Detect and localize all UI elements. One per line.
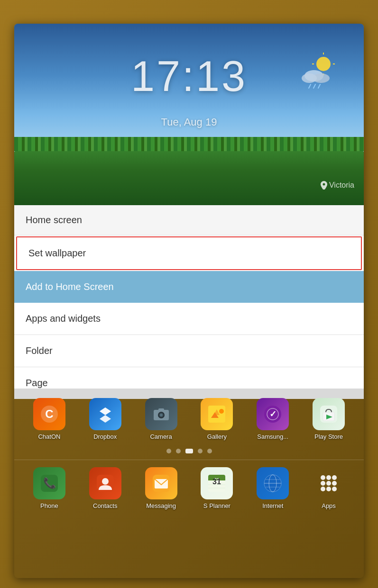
dot-2 [176,449,181,453]
app-contacts[interactable]: Contacts [82,467,129,509]
internet-icon [257,467,289,499]
menu-header: Home screen [14,205,364,235]
dot-1 [166,449,171,453]
app-camera[interactable]: Camera [138,398,185,440]
svg-point-18 [160,414,163,416]
phone-label: Phone [40,502,58,509]
phone-icon: 📞 [33,467,65,499]
dock-row: 📞 Phone Contacts [14,462,364,514]
app-apps[interactable]: Apps [305,467,352,509]
gallery-label: Gallery [207,433,227,440]
location-text: Victoria [329,181,354,190]
grass [14,144,364,209]
menu-item-add-home[interactable]: Add to Home Screen [14,271,364,303]
svg-point-53 [326,481,331,486]
svg-point-56 [326,487,331,491]
lockscreen: 17:13 Tue, Aug 19 Victoria [14,24,364,208]
app-splanner[interactable]: 31 31 S Planner [193,467,240,509]
contacts-label: Contacts [93,502,117,509]
location-display: Victoria [321,181,354,190]
camera-label: Camera [150,433,172,440]
svg-point-23 [219,409,224,414]
messaging-label: Messaging [146,502,176,509]
svg-point-55 [321,487,325,491]
apps-icon [313,467,345,499]
app-messaging[interactable]: Messaging [138,467,185,509]
svg-text:C: C [45,407,53,420]
app-gallery[interactable]: Gallery [193,398,240,440]
app-phone[interactable]: 📞 Phone [26,467,73,509]
messaging-icon [145,467,177,499]
date-display: Tue, Aug 19 [14,116,364,128]
playstore-label: Play Store [314,433,343,440]
dropbox-label: Dropbox [93,433,117,440]
svg-rect-19 [158,408,164,411]
app-area: C ChatON Dropbox [14,389,364,578]
camera-icon [145,398,177,430]
svg-text:📞: 📞 [43,477,56,489]
app-internet[interactable]: Internet [249,467,296,509]
dot-5 [207,449,212,453]
svg-point-33 [102,478,109,485]
dot-3-active [185,449,193,453]
app-chaton[interactable]: C ChatON [26,398,73,440]
samsung-icon: ✓ [257,398,289,430]
svg-point-54 [332,481,337,486]
gallery-icon [201,398,233,430]
dot-4 [198,449,203,453]
splanner-icon: 31 31 [201,467,233,499]
chaton-icon: C [33,398,65,430]
phone-screen: 17:13 Tue, Aug 19 Victoria Home screen S… [14,24,364,578]
context-menu: Home screen Set wallpaper Add to Home Sc… [14,205,364,399]
internet-label: Internet [262,502,283,509]
app-playstore[interactable]: Play Store [305,398,352,440]
svg-marker-14 [100,407,111,415]
menu-item-apps-widgets[interactable]: Apps and widgets [14,303,364,335]
app-samsung[interactable]: ✓ Samsung... [249,398,296,440]
svg-point-49 [321,475,325,480]
dropbox-icon [89,398,121,430]
time-display: 17:13 [14,52,364,101]
svg-point-50 [326,475,331,480]
page-indicators [14,445,364,457]
apps-label: Apps [322,502,336,509]
svg-point-52 [321,481,325,486]
app-row-1: C ChatON Dropbox [14,393,364,445]
svg-text:✓: ✓ [269,409,277,419]
app-dropbox[interactable]: Dropbox [82,398,129,440]
contacts-icon [89,467,121,499]
samsung-label: Samsung... [257,433,288,440]
splanner-label: S Planner [203,502,230,509]
chaton-label: ChatON [38,433,60,440]
playstore-icon [313,398,345,430]
menu-item-folder[interactable]: Folder [14,335,364,367]
svg-point-57 [332,487,337,491]
svg-text:31: 31 [212,478,221,486]
dock-divider [14,460,364,460]
menu-item-set-wallpaper[interactable]: Set wallpaper [16,236,362,270]
svg-point-51 [332,475,337,480]
location-pin-icon [321,181,327,190]
